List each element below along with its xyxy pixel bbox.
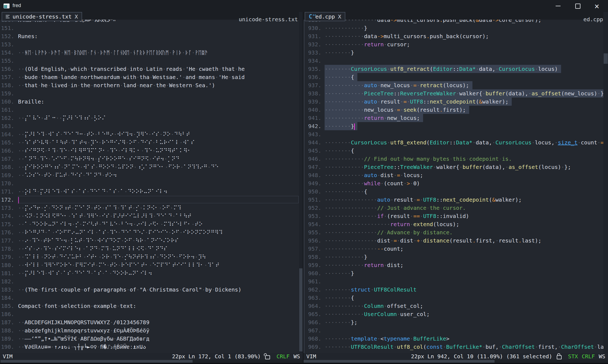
code-line[interactable]: 968.········template·<typename·BufferLik… bbox=[304, 335, 603, 343]
code-line[interactable]: 156.··(Old·English,·which·transcribed·in… bbox=[0, 65, 299, 73]
code-line[interactable]: 955.················//·Advance·by·distan… bbox=[304, 228, 603, 236]
code-line[interactable]: 952.················//·Just·advance·the·… bbox=[304, 204, 603, 212]
code-line[interactable]: 157.··bude·thaem·lande·northweardum·with… bbox=[0, 73, 299, 81]
code-line[interactable]: 176.··⠗⠑⠛⠜⠙·⠁·⠊⠕⠋⠋⠔⠤⠝⠁⠊⠇·⠁⠎·⠹⠑·⠙⠑⠁⠙⠑⠌·⠏⠊… bbox=[0, 228, 299, 236]
tab-close-icon[interactable]: X bbox=[75, 13, 78, 20]
code-line[interactable]: 167.··⠁⠝⠙·⠹⠑·⠡⠊⠑⠋·⠍⠳⠗⠝⠻⠲·⡎⠊⠗⠕⠕⠛⠑·⠎⠊⠛⠝⠫·⠊… bbox=[0, 155, 299, 163]
code-line[interactable]: 155. bbox=[0, 57, 299, 65]
maximize-button[interactable] bbox=[570, 0, 586, 12]
code-line[interactable]: 958.············} bbox=[304, 253, 603, 261]
code-line[interactable]: 944.········CursorLocus·utf8_extend(Edit… bbox=[304, 138, 603, 147]
horizontal-scrollbar[interactable] bbox=[0, 360, 303, 363]
code-line[interactable]: 946.············//·Find·out·how·many·byt… bbox=[304, 155, 603, 163]
code-line[interactable]: 966.········}; bbox=[304, 318, 603, 326]
code-line[interactable]: 969.········UTF8ColResult·utf8_col(const… bbox=[304, 343, 603, 351]
eol-badge-ws[interactable]: WS bbox=[599, 353, 605, 360]
code-line[interactable]: 161. bbox=[0, 106, 299, 114]
code-line[interactable]: 949.············while·(count·>·0) bbox=[304, 179, 603, 187]
code-line[interactable]: 937.············auto·new_locus·=·retract… bbox=[304, 81, 603, 89]
code-line[interactable]: 190.··∀∂∈ℝ∧∪≡∞·↑↗↨↻⇣·┐┼╔╘►☺♀·ﬁ�⑀₂ἠḂӥẄɐː⍎… bbox=[0, 343, 299, 351]
code-line[interactable]: 165.··⠱⠁⠞⠑⠧⠻·⠁⠃⠳⠞·⠹⠁⠞⠲·⡹⠑·⠗⠑⠛⠊⠌⠻·⠕⠋·⠙⠊⠎·… bbox=[0, 138, 299, 147]
code-line[interactable]: 964.············Column·offset_col; bbox=[304, 302, 603, 310]
locked-icon[interactable] bbox=[557, 355, 562, 359]
code-line[interactable]: 163. bbox=[0, 122, 299, 130]
eol-badge-crlf[interactable]: CRLF bbox=[582, 353, 595, 360]
horizontal-scrollbar[interactable] bbox=[304, 360, 608, 363]
code-line[interactable]: 934. bbox=[304, 57, 603, 65]
tab-close-icon[interactable]: X bbox=[338, 13, 341, 20]
code-line[interactable]: 175.··⠁·⠙⠕⠕⠗⠤⠝⠁⠊⠇⠲·⡊·⠍⠊⠣⠞·⠙⠁⠧⠑·⠃⠑⠲·⠔⠊⠇⠔⠫… bbox=[0, 220, 299, 228]
code-line[interactable]: 935.········CursorLocus·utf8_retract(Edi… bbox=[304, 65, 603, 73]
code-line[interactable]: 154.··ᚻᛖ·ᚳᚹᚫᚦ·ᚦᚫᛏ·ᚻᛖ·ᛒᚢᛞᛖ·ᚩᚾ·ᚦᚫᛗ·ᛚᚪᚾᛞᛖ·ᚾ… bbox=[0, 48, 299, 57]
code-line[interactable]: 948.············auto·dist·=·locus; bbox=[304, 171, 603, 179]
code-line[interactable]: 152.Runes: bbox=[0, 32, 299, 40]
tab-unicode-stress[interactable]: unicode-stress.txt X bbox=[2, 12, 82, 21]
code-line[interactable]: 182. bbox=[0, 277, 299, 286]
close-button[interactable]: × bbox=[589, 0, 605, 12]
scrollbar-thumb[interactable] bbox=[304, 360, 495, 363]
code-line[interactable]: 939.············auto·result·=·UTF8::next… bbox=[304, 98, 603, 106]
code-line[interactable]: 185.Compact·font·selection·example·text: bbox=[0, 302, 299, 310]
code-line[interactable]: 164.··⡍⠜⠇⠑⠹·⠺⠁⠎·⠙⠑⠁⠙⠒·⠞⠕·⠃⠑⠛⠔·⠺⠊⠹⠲·⡹⠻⠑·⠊… bbox=[0, 130, 299, 138]
code-line[interactable]: 963.········{ bbox=[304, 294, 603, 302]
code-line[interactable]: 166.··⠎⠊⠛⠝⠫·⠃⠹·⠹⠑·⠊⠇⠻⠛⠹⠍⠁⠝⠂·⠹⠑·⠊⠇⠻⠅⠂·⠹⠑·… bbox=[0, 147, 299, 155]
code-line[interactable]: 957.················--count; bbox=[304, 245, 603, 253]
code-line[interactable]: 947.············PieceTree::TreeWalker·wa… bbox=[304, 163, 603, 171]
vertical-scrollbar[interactable] bbox=[603, 12, 608, 353]
code-line[interactable]: 173.··⡍⠔⠙⠖·⡊·⠙⠕⠝⠰⠞·⠍⠑⠁⠝·⠞⠕·⠎⠁⠹·⠹⠁⠞·⡊·⠅⠝⠪… bbox=[0, 204, 299, 212]
code-line[interactable]: 956.················dist·=·dist·+·distan… bbox=[304, 236, 603, 245]
code-line[interactable]: 174.··⠪⠝·⠅⠝⠪⠇⠫⠛⠑⠂·⠱⠁⠞·⠹⠻⠑·⠊⠎·⠏⠜⠞⠊⠊⠥⠇⠜⠇⠹·… bbox=[0, 212, 299, 220]
code-line[interactable]: 153. bbox=[0, 40, 299, 48]
code-line[interactable]: 170. bbox=[0, 179, 299, 187]
code-line[interactable]: 181.··⡍⠜⠇⠑⠹·⠺⠁⠎·⠁⠎·⠙⠑⠁⠙·⠁⠎·⠁·⠙⠕⠕⠗⠤⠝⠁⠊⠇⠲ bbox=[0, 269, 299, 277]
code-line[interactable]: 942.········} bbox=[304, 122, 603, 130]
vertical-scrollbar[interactable] bbox=[299, 12, 303, 353]
code-line[interactable]: 158.··that·he·lived·in·the·northern·land… bbox=[0, 81, 299, 89]
code-line[interactable]: 930.············} bbox=[304, 24, 603, 32]
code-line[interactable]: 178.··⠊⠎·⠔·⠹⠑·⠎⠊⠍⠊⠇⠑⠆·⠁⠝⠙·⠍⠹·⠥⠝⠙⠁⠇⠇⠪⠫·⠙⠁… bbox=[0, 245, 299, 253]
scrollbar-thumb[interactable] bbox=[604, 53, 608, 64]
code-line[interactable]: 931.············data->multi_cursors.push… bbox=[304, 32, 603, 40]
code-line[interactable]: 171.··⡕⠇⠙·⡍⠜⠇⠑⠹·⠺⠁⠎·⠁⠎·⠙⠑⠁⠙·⠁⠎·⠁·⠙⠕⠕⠗⠤⠝⠁… bbox=[0, 187, 299, 196]
code-line[interactable]: 180.··⠺⠊⠇⠇·⠹⠻⠑⠋⠕⠗⠑·⠏⠻⠍⠊⠞·⠍⠑·⠞⠕·⠗⠑⠏⠑⠁⠞⠂·⠑… bbox=[0, 261, 299, 269]
eol-badge-crlf[interactable]: CRLF bbox=[277, 353, 290, 360]
code-line[interactable]: 151. bbox=[0, 24, 299, 32]
code-line[interactable]: 962.········struct·UTF8ColResult bbox=[304, 286, 603, 294]
code-line[interactable]: 945.········{ bbox=[304, 147, 603, 155]
code-line[interactable]: 188.··abcdefghijklmnopqrstuvwxyz·£©µÀÆÖÞ… bbox=[0, 326, 299, 335]
code-line[interactable]: 933.········} bbox=[304, 48, 603, 57]
minimize-button[interactable] bbox=[550, 0, 566, 12]
code-area[interactable]: 929.················data->multi_cursors.… bbox=[304, 16, 603, 353]
code-line[interactable]: 187.··ABCDEFGHIJKLMNOPQRSTUVWXYZ·/012345… bbox=[0, 318, 299, 326]
code-line[interactable]: 938.············PieceTree::ReverseTreeWa… bbox=[304, 89, 603, 98]
code-line[interactable]: 951.················auto·result·=·UTF8::… bbox=[304, 196, 603, 204]
code-line[interactable]: 177.··⠔·⠹⠑·⠞⠗⠁⠙⠑⠲·⡃⠥⠞·⠹⠑·⠺⠊⠎⠙⠕⠍·⠕⠋·⠳⠗·⠁⠝… bbox=[0, 236, 299, 245]
code-line[interactable]: 959.············return·dist; bbox=[304, 261, 603, 269]
code-line[interactable]: 179.··⠩⠁⠇⠇·⠝⠕⠞·⠙⠊⠌⠥⠗⠃·⠊⠞⠂·⠕⠗·⠹⠑·⡊⠳⠝⠞⠗⠹⠰⠎… bbox=[0, 253, 299, 261]
code-line[interactable]: 940.············new_locus·=·seek(result.… bbox=[304, 106, 603, 114]
code-line[interactable]: 943. bbox=[304, 130, 603, 138]
code-line[interactable]: 965.············UserColumn·user_col; bbox=[304, 310, 603, 318]
code-line[interactable]: 183.··(The·first·couple·of·paragraphs·of… bbox=[0, 286, 299, 294]
unlocked-icon[interactable] bbox=[265, 355, 270, 359]
code-line[interactable]: 936.········{ bbox=[304, 73, 603, 81]
code-line[interactable]: 172. bbox=[0, 196, 299, 204]
scrollbar-thumb[interactable] bbox=[1, 360, 193, 363]
code-line[interactable]: 186. bbox=[0, 310, 299, 318]
code-line[interactable]: 950.············{ bbox=[304, 187, 603, 196]
code-line[interactable]: 168.··⡎⠊⠗⠕⠕⠛⠑⠰⠎·⠝⠁⠍⠑·⠺⠁⠎·⠛⠕⠕⠙·⠥⠏⠕⠝·⠰⡡⠁⠝⠛… bbox=[0, 163, 299, 171]
tab-ed-cpp[interactable]: C++ ed.cpp X bbox=[305, 12, 345, 21]
code-line[interactable]: 169.··⠡⠕⠎⠑·⠞⠕·⠏⠥⠞·⠙⠊⠎·⠙⠁⠝⠙·⠞⠕⠲ bbox=[0, 171, 299, 179]
code-line[interactable]: 160.Braille: bbox=[0, 98, 299, 106]
code-line[interactable]: 159. bbox=[0, 89, 299, 98]
code-line[interactable]: 953.················if·(result·==·UTF8::… bbox=[304, 212, 603, 220]
eol-badge-stx[interactable]: STX bbox=[568, 353, 578, 360]
code-line[interactable]: 189.··–—‘“”„†•…‰™œŠŸž€·ΑΒΓΔΩαβγδω·АБВГДа… bbox=[0, 335, 299, 343]
code-line[interactable]: 941.············return·new_locus; bbox=[304, 114, 603, 122]
code-line[interactable]: 932.············return·cursor; bbox=[304, 40, 603, 48]
code-line[interactable]: 184. bbox=[0, 294, 299, 302]
code-area[interactable]: 150.እግዜር·የከፈተውን·ጉሮሮ·ሳይዘጋው·አይድርም።151.152.… bbox=[0, 16, 299, 353]
scrollbar-thumb[interactable] bbox=[299, 268, 302, 351]
code-line[interactable]: 954.····················return·extend(lo… bbox=[304, 220, 603, 228]
eol-badge-ws[interactable]: WS bbox=[293, 353, 300, 360]
